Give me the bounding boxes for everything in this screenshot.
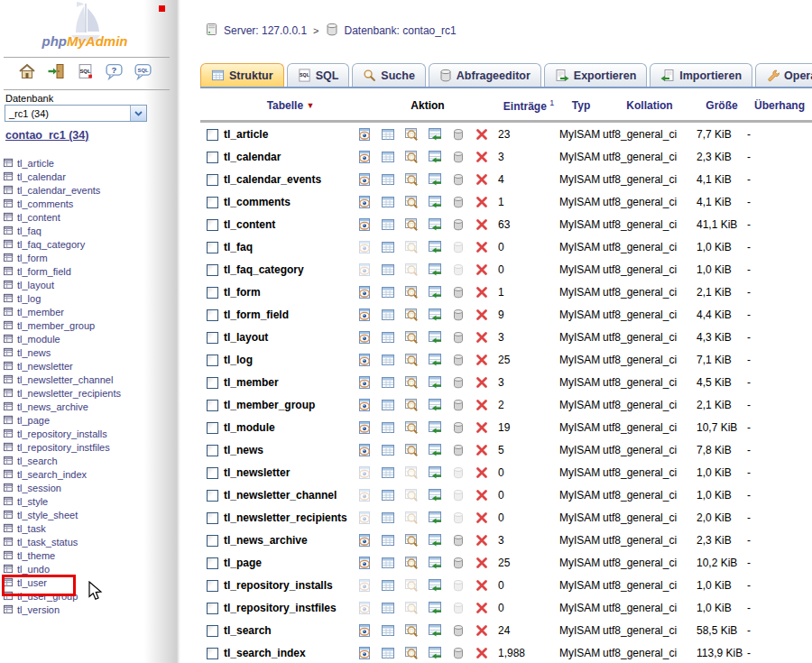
sidebar-item-tl_session[interactable]: tl_session xyxy=(4,481,121,494)
empty-icon[interactable] xyxy=(451,375,466,390)
browse-icon[interactable] xyxy=(357,443,372,457)
browse-icon[interactable] xyxy=(357,646,372,660)
insert-icon[interactable] xyxy=(428,398,442,412)
drop-icon[interactable] xyxy=(475,308,489,322)
column-header-kollation[interactable]: Kollation xyxy=(603,94,697,122)
structure-icon[interactable] xyxy=(381,511,395,525)
search-row-icon[interactable] xyxy=(404,578,419,593)
row-checkbox[interactable] xyxy=(207,219,218,231)
search-row-icon[interactable] xyxy=(404,195,419,209)
empty-icon[interactable] xyxy=(451,488,466,502)
sidebar-item-tl_search_index[interactable]: tl_search_index xyxy=(4,467,121,481)
tab-importieren[interactable]: Importieren xyxy=(650,63,752,87)
drop-icon[interactable] xyxy=(475,488,489,502)
table-name-link[interactable]: tl_module xyxy=(224,421,275,434)
structure-icon[interactable] xyxy=(381,646,395,660)
insert-icon[interactable] xyxy=(428,217,442,232)
empty-icon[interactable] xyxy=(451,217,466,232)
drop-icon[interactable] xyxy=(475,578,489,593)
table-name-link[interactable]: tl_member_group xyxy=(224,399,315,411)
sidebar-item-tl_log[interactable]: tl_log xyxy=(4,291,121,305)
insert-icon[interactable] xyxy=(428,353,442,367)
help-icon[interactable]: ? xyxy=(104,62,124,80)
browse-icon[interactable] xyxy=(357,556,372,570)
browse-icon[interactable] xyxy=(357,172,372,187)
sql-file-icon[interactable]: SQL xyxy=(75,62,95,80)
row-checkbox[interactable] xyxy=(207,152,218,163)
structure-icon[interactable] xyxy=(381,443,395,457)
search-row-icon[interactable] xyxy=(404,330,419,345)
row-checkbox[interactable] xyxy=(207,445,218,456)
browse-icon[interactable] xyxy=(357,330,372,345)
row-checkbox[interactable] xyxy=(207,309,218,321)
insert-icon[interactable] xyxy=(428,308,442,322)
sidebar-item-tl_comments[interactable]: tl_comments xyxy=(4,197,121,210)
row-checkbox[interactable] xyxy=(207,648,218,659)
drop-icon[interactable] xyxy=(475,601,489,615)
empty-icon[interactable] xyxy=(451,443,466,457)
sidebar-item-tl_faq_category[interactable]: tl_faq_category xyxy=(4,237,121,251)
insert-icon[interactable] xyxy=(428,488,442,502)
table-name-link[interactable]: tl_form_field xyxy=(224,308,289,321)
home-icon[interactable] xyxy=(17,62,37,80)
sidebar-item-tl_calendar_events[interactable]: tl_calendar_events xyxy=(4,183,121,197)
browse-icon[interactable] xyxy=(357,127,372,142)
sidebar-item-tl_newsletter_recipients[interactable]: tl_newsletter_recipients xyxy=(4,386,121,400)
column-header-typ[interactable]: Typ xyxy=(559,94,603,122)
tab-struktur[interactable]: Struktur xyxy=(200,63,284,87)
search-row-icon[interactable] xyxy=(404,217,419,232)
table-name-link[interactable]: tl_newsletter_recipients xyxy=(224,511,347,524)
drop-icon[interactable] xyxy=(475,330,489,345)
sidebar-item-tl_form_field[interactable]: tl_form_field xyxy=(4,264,121,278)
drop-icon[interactable] xyxy=(475,262,489,277)
drop-icon[interactable] xyxy=(475,375,489,390)
empty-icon[interactable] xyxy=(451,623,466,638)
sidebar-item-tl_module[interactable]: tl_module xyxy=(4,332,121,345)
empty-icon[interactable] xyxy=(451,511,466,525)
row-checkbox[interactable] xyxy=(207,535,218,547)
sidebar-item-tl_page[interactable]: tl_page xyxy=(4,413,121,427)
insert-icon[interactable] xyxy=(428,646,442,660)
column-header-groesse[interactable]: Größe xyxy=(697,94,747,122)
insert-icon[interactable] xyxy=(428,533,442,548)
insert-icon[interactable] xyxy=(428,578,442,593)
table-name-link[interactable]: tl_news xyxy=(224,444,263,456)
structure-icon[interactable] xyxy=(381,375,395,390)
structure-icon[interactable] xyxy=(381,601,395,615)
structure-icon[interactable] xyxy=(381,330,395,345)
search-row-icon[interactable] xyxy=(404,623,419,638)
row-checkbox[interactable] xyxy=(207,625,218,637)
tab-exportieren[interactable]: Exportieren xyxy=(544,63,647,87)
column-header-tabelle[interactable]: Tabelle ▼ xyxy=(224,94,357,122)
drop-icon[interactable] xyxy=(475,398,489,412)
structure-icon[interactable] xyxy=(381,127,395,142)
sidebar-item-tl_repository_installs[interactable]: tl_repository_installs xyxy=(4,427,121,440)
drop-icon[interactable] xyxy=(475,217,489,232)
insert-icon[interactable] xyxy=(428,285,442,299)
insert-icon[interactable] xyxy=(428,375,442,390)
structure-icon[interactable] xyxy=(381,308,395,322)
row-checkbox[interactable] xyxy=(207,603,218,614)
structure-icon[interactable] xyxy=(381,420,395,435)
row-checkbox[interactable] xyxy=(207,197,218,208)
tab-abfrageeditor[interactable]: Abfrageeditor xyxy=(429,63,541,87)
structure-icon[interactable] xyxy=(381,150,395,164)
browse-icon[interactable] xyxy=(357,240,372,254)
table-name-link[interactable]: tl_newsletter xyxy=(224,466,290,479)
search-row-icon[interactable] xyxy=(404,533,419,548)
row-checkbox[interactable] xyxy=(207,377,218,389)
row-checkbox[interactable] xyxy=(207,129,218,141)
sidebar-item-tl_news[interactable]: tl_news xyxy=(4,345,121,359)
insert-icon[interactable] xyxy=(428,465,442,480)
search-row-icon[interactable] xyxy=(404,375,419,390)
insert-icon[interactable] xyxy=(428,420,442,435)
insert-icon[interactable] xyxy=(428,623,442,638)
drop-icon[interactable] xyxy=(475,150,489,164)
sidebar-item-tl_repository_instfiles[interactable]: tl_repository_instfiles xyxy=(4,440,121,454)
table-name-link[interactable]: tl_repository_installs xyxy=(224,579,333,592)
tab-operationen[interactable]: Operationen xyxy=(755,63,812,87)
sidebar-item-tl_style_sheet[interactable]: tl_style_sheet xyxy=(4,508,121,521)
table-name-link[interactable]: tl_comments xyxy=(224,196,291,208)
row-checkbox[interactable] xyxy=(207,400,218,411)
empty-icon[interactable] xyxy=(451,420,466,435)
